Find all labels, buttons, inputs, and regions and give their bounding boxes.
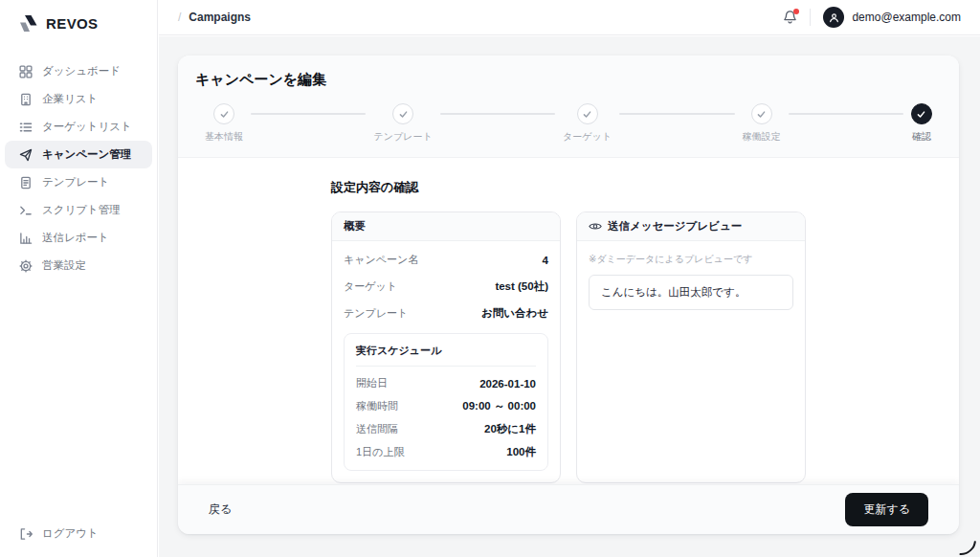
- user-email: demo@example.com: [852, 11, 961, 24]
- schedule-row-interval: 送信間隔 20秒に1件: [356, 422, 536, 436]
- notification-dot: [793, 9, 799, 14]
- summary-panel: 概要 キャンペーン名 4 ターゲット test (50社) テン: [331, 212, 561, 483]
- sidebar-item-reports[interactable]: 送信レポート: [5, 224, 152, 252]
- row-value: test (50社): [495, 279, 548, 294]
- list-icon: [19, 121, 33, 134]
- user-menu[interactable]: demo@example.com: [823, 7, 961, 28]
- header-actions: demo@example.com: [783, 7, 961, 28]
- sidebar-item-label: スクリプト管理: [42, 203, 121, 217]
- row-label: キャンペーン名: [344, 253, 418, 267]
- summary-panel-title: 概要: [332, 212, 560, 241]
- back-button[interactable]: 戻る: [209, 501, 232, 518]
- document-icon: [19, 176, 33, 189]
- section-title: 設定内容の確認: [331, 179, 806, 196]
- check-icon: [911, 103, 932, 124]
- wizard-footer: 戻る 更新する: [178, 484, 959, 534]
- main-area: キャンペーンを編集 基本情報 テンプレート ターゲット: [159, 36, 980, 557]
- sidebar-item-label: 営業設定: [42, 258, 86, 273]
- logout-icon: [19, 527, 33, 541]
- gear-icon: [19, 259, 33, 273]
- terminal-icon: [19, 204, 33, 217]
- brand-logo: REVOS: [0, 0, 157, 33]
- row-value: 2026-01-10: [479, 378, 536, 390]
- sidebar-item-label: テンプレート: [42, 175, 109, 189]
- step-label: ターゲット: [563, 130, 612, 144]
- step-target[interactable]: ターゲット: [563, 103, 612, 144]
- sidebar-item-templates[interactable]: テンプレート: [5, 168, 152, 196]
- message-preview-panel: 送信メッセージプレビュー ※ダミーデータによるプレビューです こんにちは。山田太…: [576, 212, 806, 483]
- sidebar-item-label: ターゲットリスト: [42, 120, 132, 134]
- row-label: 稼働時間: [356, 399, 398, 413]
- row-value: 09:00 ～ 00:00: [462, 399, 536, 413]
- logout-button[interactable]: ログアウト: [5, 520, 152, 547]
- breadcrumb-campaigns[interactable]: Campaigns: [189, 11, 251, 24]
- step-confirm[interactable]: 確認: [911, 103, 932, 144]
- step-label: 稼働設定: [743, 130, 781, 144]
- schedule-row-hours: 稼働時間 09:00 ～ 00:00: [356, 399, 536, 413]
- preview-note: ※ダミーデータによるプレビューです: [589, 253, 793, 266]
- wizard-header: キャンペーンを編集 基本情報 テンプレート ターゲット: [178, 56, 959, 158]
- sidebar-item-target-list[interactable]: ターゲットリスト: [5, 113, 152, 141]
- sidebar-item-campaigns[interactable]: キャンペーン管理: [5, 141, 152, 168]
- step-operation-settings[interactable]: 稼働設定: [743, 103, 781, 144]
- logout-label: ログアウト: [42, 526, 99, 541]
- breadcrumb-separator: /: [178, 11, 181, 24]
- wizard-stepper: 基本情報 テンプレート ターゲット 稼働設定: [195, 103, 942, 144]
- row-value: 20秒に1件: [484, 422, 536, 436]
- preview-panel-title: 送信メッセージプレビュー: [608, 219, 742, 234]
- schedule-card: 実行スケジュール 開始日 2026-01-10 稼働時間 09:00 ～ 00:…: [344, 333, 548, 471]
- row-label: 送信間隔: [356, 422, 398, 436]
- brand-logo-icon: [19, 14, 38, 33]
- sidebar-item-label: 送信レポート: [42, 231, 109, 245]
- page-title: キャンペーンを編集: [195, 71, 942, 89]
- step-label: 確認: [912, 130, 931, 144]
- sidebar-item-dashboard[interactable]: ダッシュボード: [5, 57, 152, 85]
- step-basic-info[interactable]: 基本情報: [205, 103, 243, 144]
- row-value: 4: [543, 255, 548, 266]
- sidebar-item-label: キャンペーン管理: [42, 147, 131, 162]
- sidebar-item-label: 企業リスト: [42, 92, 98, 106]
- sidebar-nav: ダッシュボード 企業リスト ターゲットリスト キャンペーン管理 テンプレート: [0, 57, 157, 279]
- check-icon: [213, 103, 234, 124]
- check-icon: [577, 103, 598, 124]
- header-divider: [810, 9, 811, 26]
- schedule-title: 実行スケジュール: [356, 344, 536, 367]
- row-label: ターゲット: [344, 279, 397, 294]
- update-button[interactable]: 更新する: [845, 493, 928, 526]
- preview-message: こんにちは。山田太郎です。: [589, 275, 793, 310]
- row-label: 1日の上限: [356, 445, 404, 459]
- bar-chart-icon: [19, 232, 33, 245]
- sidebar-item-companies[interactable]: 企業リスト: [5, 85, 152, 113]
- step-label: テンプレート: [373, 130, 432, 144]
- avatar: [823, 7, 844, 28]
- top-header: / Campaigns demo@example.com: [159, 0, 980, 35]
- check-icon: [751, 103, 772, 124]
- schedule-row-daily-limit: 1日の上限 100件: [356, 445, 536, 459]
- step-connector: [440, 113, 555, 115]
- sidebar-item-label: ダッシュボード: [42, 64, 121, 78]
- row-label: 開始日: [356, 376, 388, 390]
- sidebar-item-sales-settings[interactable]: 営業設定: [5, 252, 152, 279]
- edit-campaign-card: キャンペーンを編集 基本情報 テンプレート ターゲット: [178, 56, 959, 534]
- send-icon: [19, 148, 33, 162]
- summary-row-template: テンプレート お問い合わせ: [344, 306, 548, 321]
- step-connector: [251, 113, 366, 115]
- step-template[interactable]: テンプレート: [373, 103, 432, 144]
- dashboard-icon: [19, 65, 33, 78]
- sidebar: REVOS ダッシュボード 企業リスト ターゲットリスト キャンペーン管理: [0, 0, 158, 557]
- summary-row-target: ターゲット test (50社): [344, 279, 548, 294]
- wizard-body: 設定内容の確認 概要 キャンペーン名 4 ターゲット test (5: [178, 158, 959, 534]
- notifications-button[interactable]: [783, 10, 797, 25]
- step-label: 基本情報: [205, 130, 243, 144]
- step-connector: [789, 113, 903, 115]
- row-value: 100件: [506, 445, 536, 459]
- summary-row-campaign-name: キャンペーン名 4: [344, 253, 548, 267]
- building-icon: [19, 93, 33, 106]
- sidebar-item-scripts[interactable]: スクリプト管理: [5, 196, 152, 224]
- breadcrumb: / Campaigns: [178, 11, 251, 24]
- schedule-row-start-date: 開始日 2026-01-10: [356, 376, 536, 390]
- eye-icon: [589, 221, 602, 232]
- brand-name: REVOS: [46, 15, 99, 32]
- step-connector: [619, 113, 734, 115]
- row-label: テンプレート: [344, 306, 408, 321]
